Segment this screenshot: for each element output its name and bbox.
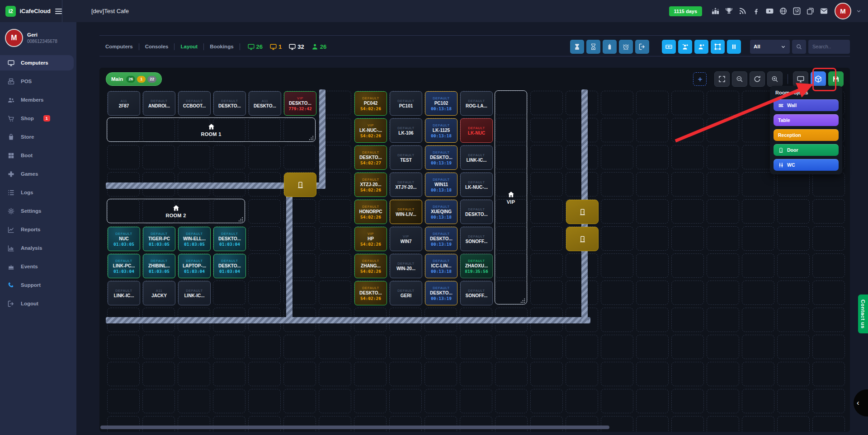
computer-tile-lk-nuc[interactable]: DEFAULTLK-NUC-... bbox=[460, 173, 493, 197]
sidebar-item-members[interactable]: Members bbox=[0, 92, 74, 108]
room-room-2[interactable]: ROOM 2 bbox=[107, 199, 245, 223]
computer-tile-zhibinl[interactable]: DEFAULTZHIBINL...01:03:05 bbox=[143, 254, 175, 278]
pause-button[interactable] bbox=[727, 40, 741, 54]
sidebar-item-support[interactable]: Support bbox=[0, 277, 74, 293]
room-object-wall[interactable]: Wall bbox=[774, 99, 839, 111]
computer-tile-pc042[interactable]: DEFAULTPC04254:02:26 bbox=[354, 91, 387, 116]
room-object-door[interactable]: Door bbox=[774, 144, 839, 156]
rss-icon[interactable] bbox=[738, 7, 747, 15]
user-avatar[interactable]: M bbox=[5, 29, 23, 47]
computer-tile-xtzj-20[interactable]: DEFAULTXTZJ-20...54:02:26 bbox=[354, 173, 387, 197]
chat-bubble[interactable]: ‹ bbox=[854, 389, 868, 416]
door-object[interactable] bbox=[566, 200, 599, 224]
computer-tile-zhaoxu[interactable]: DEFAULTZHAOXU...819:35:56 bbox=[460, 254, 493, 278]
computer-tile-jacky[interactable]: A11JACKY bbox=[143, 281, 175, 305]
group-filter-select[interactable]: All bbox=[750, 40, 790, 54]
wall-object[interactable] bbox=[286, 189, 292, 323]
battery-button[interactable] bbox=[603, 40, 617, 54]
computer-tile-win-20[interactable]: DEFAULTWIN-20... bbox=[390, 254, 422, 278]
sidebar-item-settings[interactable]: Settings bbox=[0, 203, 74, 219]
computer-tile-icc-lin[interactable]: DEFAULTICC-LIN...00:13:18 bbox=[425, 254, 458, 278]
computer-tile-link-ic[interactable]: DEFAULTLINK-IC... bbox=[178, 281, 211, 305]
facebook-icon[interactable] bbox=[752, 7, 760, 15]
podium-icon[interactable] bbox=[711, 7, 720, 15]
hourglass-button[interactable] bbox=[586, 40, 600, 54]
computer-tile-deskto[interactable]: DEFAULTDESKTO... bbox=[460, 200, 493, 224]
wall-object[interactable] bbox=[106, 317, 590, 323]
avatar-chevron-down-icon[interactable] bbox=[856, 8, 862, 14]
reset-view-button[interactable] bbox=[750, 71, 765, 87]
computer-tile-laptop[interactable]: DEFAULTLAPTOP-...01:03:04 bbox=[178, 254, 211, 278]
computer-tile-win-liv[interactable]: DEFAULTWIN-LIV... bbox=[390, 200, 422, 224]
room-vip[interactable]: VIP bbox=[495, 90, 527, 304]
mail-icon[interactable] bbox=[820, 7, 828, 15]
computer-tile-honorpc[interactable]: DEFAULTHONORPC54:02:26 bbox=[354, 200, 387, 224]
room-object-reception[interactable]: Reception bbox=[774, 129, 839, 141]
sidebar-item-events[interactable]: Events bbox=[0, 259, 74, 274]
contact-us-tab[interactable]: Contact us bbox=[858, 295, 868, 333]
computer-tile-sonoff[interactable]: DEFAULTSONOFF... bbox=[460, 227, 493, 251]
add-member-button[interactable] bbox=[694, 40, 708, 54]
computer-tile-rog-la[interactable]: DEFAULTROG-LA... bbox=[460, 91, 493, 116]
computer-tile-sonoff[interactable]: DEFAULTSONOFF... bbox=[460, 281, 493, 305]
alarm-timer-button[interactable] bbox=[619, 40, 633, 54]
zoom-out-button[interactable] bbox=[732, 71, 747, 87]
computer-tile-xtjy-20[interactable]: DEFAULTXTJY-20... bbox=[390, 173, 422, 197]
computer-tile-link-ic[interactable]: DEFAULTLINK-IC... bbox=[108, 281, 140, 305]
sidebar-item-pos[interactable]: POS bbox=[0, 74, 74, 89]
computer-tile-xueqing[interactable]: DEFAULTXUEQING00:13:18 bbox=[425, 200, 458, 224]
save-layout-button[interactable] bbox=[828, 71, 844, 87]
tab-computers[interactable]: Computers bbox=[99, 44, 139, 49]
computer-tile-deskto[interactable]: DEFAULTDESKTO...01:03:04 bbox=[213, 254, 246, 278]
computer-tile-lk-nuc[interactable]: DEFAULTLK-NUC bbox=[460, 118, 493, 143]
resize-handle[interactable] bbox=[238, 217, 243, 222]
map-tab-main[interactable]: Main 26122 bbox=[106, 72, 162, 86]
group-view-button[interactable] bbox=[711, 40, 725, 54]
sidebar-item-boot[interactable]: Boot bbox=[0, 148, 74, 163]
sidebar-item-computers[interactable]: Computers bbox=[0, 55, 74, 70]
youtube-icon[interactable] bbox=[765, 7, 774, 15]
add-map-button[interactable] bbox=[693, 72, 707, 86]
avatar[interactable]: M bbox=[835, 3, 851, 19]
days-badge[interactable]: 1115 days bbox=[669, 6, 702, 16]
computer-tile-geri[interactable]: DEFAULTGERI bbox=[390, 281, 422, 305]
globe-icon[interactable] bbox=[779, 7, 788, 15]
room-object-table[interactable]: Table bbox=[774, 114, 839, 126]
sidebar-item-logs[interactable]: Logs bbox=[0, 185, 74, 200]
monitor-view-button[interactable] bbox=[793, 71, 808, 87]
computer-tile-deskto[interactable]: DEFAULTDESKTO...00:13:19 bbox=[425, 145, 458, 170]
horizontal-scrollbar[interactable] bbox=[100, 426, 609, 429]
computer-tile-zhang[interactable]: DEFAULTZHANG...54:02:26 bbox=[354, 254, 387, 278]
computer-tile-deskto[interactable]: VIPDESKTO...779:32:42 bbox=[284, 91, 316, 116]
cash-button[interactable] bbox=[662, 40, 676, 54]
sidebar-item-shop[interactable]: Shop1 bbox=[0, 111, 74, 126]
computer-tile-lk-nuc[interactable]: VIPLK-NUC-...54:02:26 bbox=[354, 118, 387, 143]
room-object-wc[interactable]: WC bbox=[774, 159, 839, 171]
sidebar-item-reports[interactable]: Reports bbox=[0, 222, 74, 237]
fullscreen-button[interactable] bbox=[714, 71, 730, 87]
computer-tile-pc102[interactable]: DEFAULTPC10200:13:18 bbox=[425, 91, 458, 116]
computer-tile-win-ell[interactable]: DEFAULTWIN-ELL...01:03:05 bbox=[178, 227, 211, 251]
computer-tile-androi[interactable]: DEFAULTANDROI... bbox=[143, 91, 175, 116]
sidebar-item-logout[interactable]: Logout bbox=[0, 296, 74, 311]
computer-tile-2f87[interactable]: A112F87 bbox=[108, 91, 140, 116]
computer-tile-hp[interactable]: VIPHP54:02:26 bbox=[354, 227, 387, 251]
layers-icon[interactable] bbox=[806, 7, 815, 15]
add-member-star-button[interactable] bbox=[678, 40, 692, 54]
computer-tile-test[interactable]: DEFAULTTEST bbox=[390, 145, 422, 170]
computer-tile-nuc[interactable]: DEFAULTNUC01:03:05 bbox=[108, 227, 140, 251]
computer-tile-deskto[interactable]: A11DESKTO... bbox=[249, 91, 281, 116]
search-input[interactable] bbox=[808, 40, 850, 54]
computer-tile-link-pc[interactable]: DEFAULTLINK-PC...01:03:04 bbox=[108, 254, 140, 278]
computer-tile-deskto[interactable]: DEFAULTDESKTO...54:02:27 bbox=[354, 145, 387, 170]
room-objects-button[interactable] bbox=[811, 71, 826, 87]
door-object[interactable] bbox=[566, 227, 599, 251]
computer-tile-ccboot[interactable]: DEFAULTCCBOOT... bbox=[178, 91, 211, 116]
hourglass-end-button[interactable] bbox=[570, 40, 584, 54]
computer-tile-deskto[interactable]: DEFAULTDESKTO...54:02:26 bbox=[354, 281, 387, 305]
computer-tile-pc101[interactable]: DEFAULTPC101 bbox=[390, 91, 422, 116]
trophy-icon[interactable] bbox=[725, 7, 733, 15]
computer-tile-lk-106[interactable]: DEFAULTLK-106 bbox=[390, 118, 422, 143]
zoom-in-button[interactable] bbox=[767, 71, 783, 87]
resize-handle[interactable] bbox=[520, 298, 525, 303]
